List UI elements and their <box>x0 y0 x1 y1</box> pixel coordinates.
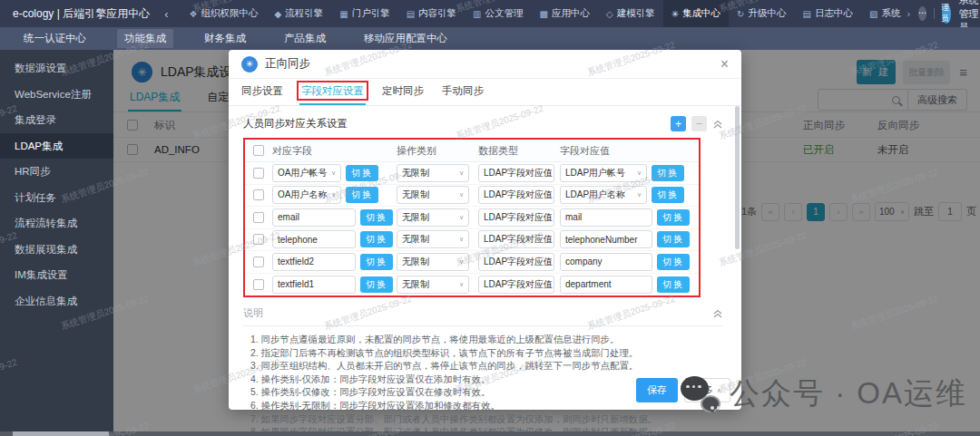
topnav-item[interactable]: ◇建模引擎 <box>598 0 663 27</box>
close-icon[interactable]: × <box>720 57 729 72</box>
sidebar-item[interactable]: 计划任务 <box>0 185 113 211</box>
value-input[interactable]: company <box>560 253 652 271</box>
value-input[interactable]: mail <box>560 208 652 227</box>
switch-field-button[interactable]: 切换 <box>360 254 393 270</box>
sync-icon: ✳ <box>241 56 258 73</box>
operation-value: 无限制 <box>402 189 429 201</box>
avatar[interactable]: 理员 <box>942 5 952 24</box>
row-checkbox[interactable] <box>253 257 264 267</box>
sidebar-item[interactable]: 数据展现集成 <box>0 237 113 263</box>
modal-tab[interactable]: 字段对应设置 <box>301 84 364 105</box>
datatype-select[interactable]: LDAP字段对应值∨ <box>478 186 554 204</box>
field-input[interactable]: email <box>272 208 356 227</box>
official-doc-icon: ▥ <box>473 9 481 19</box>
modal-tab[interactable]: 手动同步 <box>442 84 484 105</box>
scrollbar-thumb[interactable] <box>13 431 109 436</box>
value-select[interactable]: LDAP用户名称∨ <box>560 186 647 204</box>
row-checkbox[interactable] <box>253 279 264 290</box>
field-value: email <box>278 212 299 222</box>
topnav-item[interactable]: ▤内容引擎 <box>398 0 465 27</box>
topnav-item-label: 内容引擎 <box>418 7 456 20</box>
operation-select[interactable]: 无限制∨ <box>397 276 469 294</box>
switch-value-button[interactable]: 切换 <box>657 231 690 247</box>
operation-select[interactable]: 无限制∨ <box>397 164 469 182</box>
modal-scrollbar[interactable] <box>735 106 740 249</box>
topnav-item[interactable]: ▧系统› <box>861 0 918 27</box>
sidebar-item[interactable]: IM集成设置 <box>0 262 113 288</box>
datatype-select[interactable]: LDAP字段对应值∨ <box>478 208 554 227</box>
sidebar-item[interactable]: HR同步 <box>0 159 113 185</box>
value-input[interactable]: telephoneNumber <box>560 230 652 248</box>
more-options-icon[interactable]: ⋯ <box>918 6 926 21</box>
topnav-item[interactable]: ↻升级中心 <box>729 0 794 27</box>
switch-field-button[interactable]: 切换 <box>360 276 393 293</box>
collapse-chevron-icon[interactable]: ‹ <box>164 7 168 21</box>
collapse-section-icon[interactable] <box>712 119 723 130</box>
topnav-item[interactable]: ◆流程引擎 <box>266 0 331 27</box>
workflow-icon: ◆ <box>274 9 281 19</box>
add-row-button[interactable]: + <box>671 116 686 131</box>
sidebar-item[interactable]: 企业信息集成 <box>0 288 113 315</box>
forward-sync-modal: ✳ 正向同步 × 同步设置字段对应设置定时同步手动同步 人员同步对应关系设置 +… <box>229 50 741 410</box>
row-checkbox[interactable] <box>253 212 264 223</box>
note-line: 3. 同步至组织结构、人员都未开启的节点，将停止该节点的同步，跳转至下一同步节点… <box>250 360 723 373</box>
topnav-item[interactable]: ▤日志中心 <box>794 0 860 27</box>
chevron-down-icon: ∨ <box>459 258 464 266</box>
topnav-item[interactable]: ▦门户引擎 <box>331 0 397 27</box>
field-select[interactable]: OA用户帐号∨ <box>272 164 341 182</box>
subnav-item[interactable]: 财务集成 <box>197 29 253 48</box>
operation-select[interactable]: 无限制∨ <box>397 208 469 227</box>
field-input[interactable]: telephone <box>272 230 356 248</box>
datatype-select[interactable]: LDAP字段对应值∨ <box>478 253 554 271</box>
chevron-down-icon: ∨ <box>459 191 464 199</box>
subnav-item[interactable]: 产品集成 <box>277 29 333 48</box>
topnav-item[interactable]: ▥公文管理 <box>465 0 531 27</box>
row-checkbox[interactable] <box>253 168 264 179</box>
switch-value-button[interactable]: 切换 <box>652 187 684 203</box>
note-line: 1. 同步节点遵循最近原则，未配置的同步节点，将使用最靠近的上级配置信息进行同步… <box>250 334 723 347</box>
field-select[interactable]: OA用户名称∨ <box>272 186 341 204</box>
switch-field-button[interactable]: 切换 <box>346 187 378 203</box>
sidebar-item[interactable]: LDAP集成 <box>0 133 113 160</box>
switch-value-button[interactable]: 切换 <box>652 165 684 181</box>
datatype-select[interactable]: LDAP字段对应值∨ <box>478 276 554 294</box>
save-button[interactable]: 保存 <box>636 378 678 402</box>
datatype-select[interactable]: LDAP字段对应值∨ <box>478 230 554 248</box>
row-checkbox[interactable] <box>253 234 264 245</box>
sidebar-item[interactable]: 数据源设置 <box>0 55 113 82</box>
topnav-item[interactable]: ▩应用中心 <box>532 0 598 27</box>
operation-select[interactable]: 无限制∨ <box>397 186 469 204</box>
topnav-item[interactable]: ❖组织权限中心 <box>181 0 267 27</box>
modal-tab[interactable]: 同步设置 <box>241 84 283 105</box>
field-input[interactable]: textfield2 <box>272 253 356 271</box>
modal-tab[interactable]: 定时同步 <box>382 84 424 105</box>
field-value: textfield2 <box>278 257 314 266</box>
subnav-item[interactable]: 功能集成 <box>117 29 173 48</box>
sidebar-item[interactable]: WebService注册 <box>0 82 113 108</box>
topnav-item[interactable]: ✳集成中心 <box>663 0 729 27</box>
value-select[interactable]: LDAP用户帐号∨ <box>560 164 647 182</box>
switch-value-button[interactable]: 切换 <box>657 276 690 293</box>
horizontal-scrollbar[interactable] <box>0 431 980 436</box>
row-checkbox[interactable] <box>253 189 264 200</box>
datatype-select[interactable]: LDAP字段对应值∨ <box>478 164 554 182</box>
remove-row-button[interactable]: − <box>691 116 707 131</box>
select-all-checkbox[interactable] <box>253 145 264 156</box>
subnav-item[interactable]: 统一认证中心 <box>16 29 93 48</box>
operation-select[interactable]: 无限制∨ <box>397 230 469 248</box>
collapse-notes-icon[interactable] <box>712 308 723 319</box>
field-value: OA用户帐号 <box>278 167 327 179</box>
operation-select[interactable]: 无限制∨ <box>397 253 469 271</box>
switch-value-button[interactable]: 切换 <box>657 254 690 270</box>
sidebar-item[interactable]: 集成登录 <box>0 107 113 133</box>
more-button[interactable]: 更多 ∧ <box>684 378 730 402</box>
switch-field-button[interactable]: 切换 <box>346 165 378 181</box>
field-input[interactable]: textfield1 <box>272 276 356 294</box>
switch-field-button[interactable]: 切换 <box>360 209 393 226</box>
subnav-item[interactable]: 移动应用配置中心 <box>357 29 455 48</box>
switch-value-button[interactable]: 切换 <box>657 209 690 226</box>
value-input[interactable]: department <box>560 276 652 294</box>
switch-field-button[interactable]: 切换 <box>360 231 393 247</box>
sidebar-item[interactable]: 流程流转集成 <box>0 210 113 237</box>
field-mapping-row: OA用户名称∨切换无限制∨LDAP字段对应值∨LDAP用户名称∨切换 <box>245 185 699 208</box>
